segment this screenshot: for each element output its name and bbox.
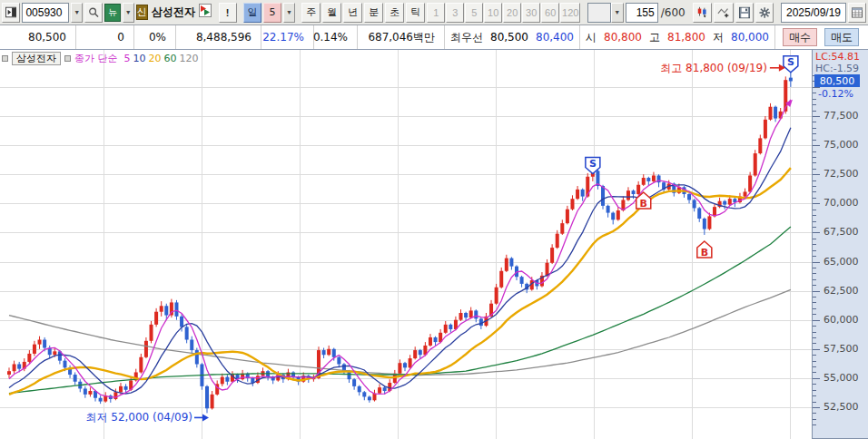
indicator-toggle-icon[interactable]	[64, 55, 71, 62]
candles	[7, 66, 793, 414]
axis-tick	[813, 227, 816, 228]
save-icon[interactable]	[735, 3, 754, 23]
svg-text:최저 52,000 (04/09): 최저 52,000 (04/09)	[85, 411, 192, 424]
period-button-틱[interactable]: 틱	[406, 3, 425, 23]
y-axis-label: 62,500	[824, 285, 859, 297]
legend-ma-list: 5102060120	[122, 53, 199, 64]
axis-tick	[813, 366, 816, 367]
ma10-line	[9, 128, 791, 394]
axis-tick	[813, 402, 816, 403]
axis-tick	[813, 332, 816, 333]
period-button-년[interactable]: 년	[343, 3, 362, 23]
high-price: 81,800	[667, 31, 705, 44]
minute-button-5[interactable]: 5	[465, 3, 483, 23]
axis-tick	[813, 99, 816, 100]
minute-button-1[interactable]: 1	[427, 3, 445, 23]
minute-button-20[interactable]: 20	[503, 3, 521, 23]
y-axis-label: 72,500	[824, 168, 859, 180]
current-change-pct: -0.12%	[818, 88, 853, 100]
period-button-주[interactable]: 주	[301, 3, 321, 23]
period-button-day[interactable]: 일	[243, 3, 261, 23]
high-label: 고	[649, 30, 660, 45]
candlestick-chart[interactable]: SBBS최고 81,800 (09/19)최저 52,000 (04/09)	[0, 50, 812, 439]
date-input[interactable]	[781, 3, 846, 23]
alert-button[interactable]: !	[219, 3, 237, 23]
axis-tick	[813, 145, 820, 146]
minute-button-120[interactable]: 120	[560, 3, 580, 23]
period-button-분[interactable]: 분	[364, 3, 383, 23]
legend-ma-120: 120	[180, 53, 199, 64]
y-axis-label: 77,500	[824, 110, 859, 122]
axis-tick	[813, 128, 816, 129]
trendline-tool-icon[interactable]	[714, 3, 733, 23]
stock-code-input[interactable]	[22, 3, 69, 23]
buy-button[interactable]: 매수	[783, 28, 817, 46]
sell-button[interactable]: 매도	[824, 28, 859, 46]
bar-count-input[interactable]	[626, 3, 658, 23]
svg-text:최고 81,800 (09/19): 최고 81,800 (09/19)	[660, 62, 767, 74]
axis-tick	[813, 198, 816, 199]
axis-tick	[813, 407, 820, 408]
turnover-pct: 22.17%	[261, 25, 314, 49]
extra-combo[interactable]	[587, 3, 611, 23]
collapse-panel-icon[interactable]	[2, 3, 20, 23]
best-label: 최우선	[450, 30, 483, 45]
axis-tick	[813, 116, 820, 117]
axis-tick	[813, 314, 816, 315]
axis-tick	[813, 273, 816, 274]
y-axis-label: 67,500	[824, 226, 859, 238]
calendar-icon[interactable]	[848, 3, 866, 23]
axis-tick	[813, 424, 816, 425]
minute-button-30[interactable]: 30	[522, 3, 540, 23]
stock-code-dropdown[interactable]: ▼	[71, 3, 83, 23]
candle-style-icon[interactable]	[693, 3, 712, 23]
chart-toolbar: ▼ 뉴 ▼ 신 삼성전자 ! 일 5 ▼ 주월년분초틱 135102030601…	[0, 0, 868, 25]
axis-tick	[813, 384, 816, 385]
minute-button-3[interactable]: 3	[446, 3, 464, 23]
best-quote-group: 최우선 80,500 80,400	[445, 25, 580, 49]
y-axis-label: 55,000	[824, 372, 859, 384]
legend-stock-label[interactable]: 삼성전자	[12, 52, 61, 65]
svg-text:S: S	[787, 56, 794, 68]
trade-marker-s: S	[784, 56, 798, 73]
axis-tick	[813, 395, 816, 396]
axis-tick	[813, 151, 816, 152]
hc-readout: HC:-1.59	[815, 63, 859, 74]
stock-name: 삼성전자	[150, 5, 197, 20]
minute-button-group: 13510203060120	[427, 3, 580, 23]
search-icon[interactable]	[84, 3, 103, 23]
axis-tick	[813, 349, 820, 350]
y-axis-label: 70,000	[824, 197, 859, 209]
axis-tick	[813, 232, 820, 233]
chart-area[interactable]: SBBS최고 81,800 (09/19)최저 52,000 (04/09) 삼…	[0, 50, 868, 439]
price-change: 0	[76, 25, 134, 49]
axis-tick	[813, 244, 816, 245]
axis-tick	[813, 355, 816, 356]
interval-dropdown[interactable]: ▼	[283, 3, 295, 23]
period-button-월[interactable]: 월	[322, 3, 341, 23]
extra-combo-dropdown[interactable]: ▼	[611, 3, 624, 23]
settings-gear-icon[interactable]	[755, 3, 774, 23]
news-dropdown[interactable]: ▼	[123, 3, 134, 23]
stock-flag-icon	[199, 4, 212, 21]
legend-toggle-icon[interactable]	[2, 55, 8, 62]
period-button-group: 주월년분초틱	[301, 3, 425, 23]
axis-tick	[813, 191, 816, 192]
axis-tick	[813, 186, 816, 187]
low-price: 80,000	[731, 31, 769, 44]
low-annotation: 최저 52,000 (04/09)	[85, 411, 209, 424]
axis-tick	[813, 343, 816, 344]
axis-tick	[813, 215, 816, 216]
price-axis: LC:54.81 HC:-1.59 77,50075,00072,50070,0…	[812, 50, 868, 439]
price-change-pct: 0%	[134, 25, 176, 49]
news-badge-button[interactable]: 뉴	[104, 4, 121, 22]
period-button-초[interactable]: 초	[385, 3, 404, 23]
axis-tick	[813, 413, 816, 414]
axis-tick	[813, 256, 816, 257]
minute-button-60[interactable]: 60	[541, 3, 559, 23]
ma5-line	[9, 100, 791, 397]
minute-button-10[interactable]: 10	[484, 3, 502, 23]
volume: 8,488,596	[176, 25, 261, 49]
svg-text:S: S	[589, 158, 597, 170]
axis-tick	[813, 140, 816, 141]
